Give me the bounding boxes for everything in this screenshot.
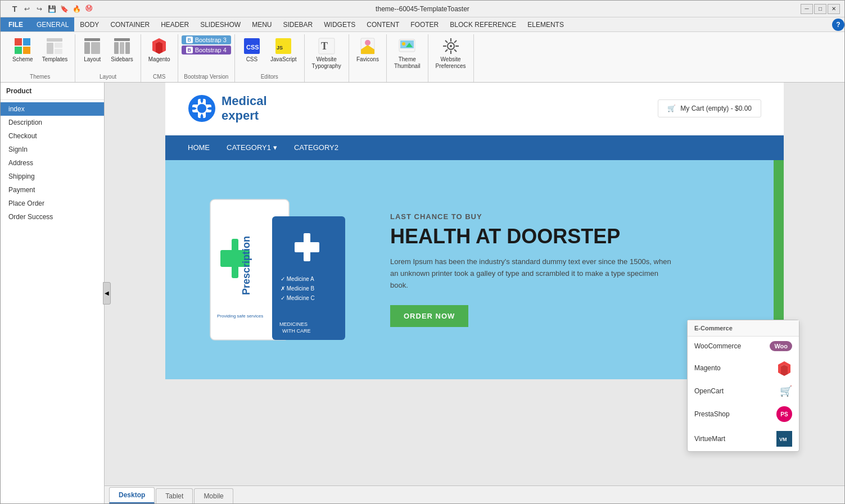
- scheme-label: Scheme: [12, 56, 33, 63]
- sidebar-item-place-order[interactable]: Place Order: [1, 197, 104, 210]
- nav-home[interactable]: HOME: [188, 143, 210, 152]
- sidebar-panel: Product index Description Checkout SignI…: [1, 83, 105, 503]
- sidebars-button[interactable]: Sidebars: [107, 34, 137, 66]
- scheme-button[interactable]: Scheme: [8, 34, 37, 66]
- magento-ribbon-icon: [150, 37, 168, 55]
- cart-text: My Cart (empty) - $0.00: [680, 105, 752, 112]
- javascript-button[interactable]: JS JavaScript: [266, 34, 301, 66]
- bootstrap3-button[interactable]: B Bootstrap 3: [182, 35, 231, 44]
- undo-btn[interactable]: ↩: [22, 4, 32, 14]
- menu-item-header[interactable]: HEADER: [155, 17, 195, 31]
- ribbon: Scheme Templates Themes: [1, 32, 844, 83]
- tab-desktop[interactable]: Desktop: [109, 487, 155, 503]
- ribbon-group-editors: CSS CSS JS JavaScript Editors: [235, 34, 305, 82]
- sidebar-item-shipping[interactable]: Shipping: [1, 170, 104, 183]
- templates-button[interactable]: Templates: [38, 34, 72, 66]
- menu-item-footer[interactable]: FOOTER: [405, 17, 444, 31]
- menu-item-block-reference[interactable]: BLOCK REFERENCE: [444, 17, 522, 31]
- ribbon-group-favicons: Favicons: [349, 34, 387, 82]
- close-btn[interactable]: ✕: [828, 4, 840, 14]
- website-preferences-button[interactable]: Website Preferences: [432, 34, 470, 72]
- svg-rect-5: [47, 43, 53, 54]
- woocommerce-item[interactable]: WooCommerce Woo: [688, 337, 799, 356]
- magento-item[interactable]: Magento: [688, 356, 799, 380]
- virtuemart-icon: VM: [776, 431, 792, 447]
- menu-item-menu[interactable]: MENU: [246, 17, 277, 31]
- typography-items: T Website Typography: [308, 34, 345, 78]
- sidebars-icon: [113, 37, 131, 55]
- bookmark-icon[interactable]: 🔖: [59, 4, 69, 14]
- favicons-button[interactable]: Favicons: [353, 34, 383, 66]
- opencart-icon: 🛒: [780, 385, 792, 397]
- css-button[interactable]: CSS CSS: [238, 34, 265, 66]
- theme-thumbnail-button[interactable]: Theme Thumbnail: [390, 34, 424, 72]
- title-bar-left: T ↩ ↪ 💾 🔖 🔥 Ⓜ: [5, 3, 98, 15]
- layout-items: Layout Sidebars: [79, 34, 137, 71]
- fire-icon[interactable]: 🔥: [71, 4, 82, 14]
- cart-button[interactable]: 🛒 My Cart (empty) - $0.00: [658, 99, 761, 117]
- menu-bar: FILE GENERAL BODY CONTAINER HEADER SLIDE…: [1, 17, 844, 32]
- canvas-scroll[interactable]: Medical expert 🛒 My Cart (empty) - $0.00: [105, 83, 844, 485]
- svg-point-28: [402, 42, 405, 46]
- sidebar-item-payment[interactable]: Payment: [1, 183, 104, 197]
- prestashop-item[interactable]: PrestaShop PS: [688, 402, 799, 426]
- favicons-label: Favicons: [356, 56, 379, 63]
- svg-text:MEDICINES: MEDICINES: [279, 321, 308, 327]
- svg-text:Providing safe services: Providing safe services: [217, 314, 263, 319]
- sidebar-item-description[interactable]: Description: [1, 116, 104, 129]
- menu-item-body[interactable]: BODY: [74, 17, 105, 31]
- ribbon-group-layout: Layout Sidebars Layout: [75, 34, 141, 82]
- sidebar-item-signin[interactable]: SignIn: [1, 143, 104, 156]
- sidebar-header: Product: [1, 83, 104, 100]
- favicons-items: Favicons: [353, 34, 383, 78]
- order-now-button[interactable]: ORDER NOW: [390, 305, 468, 327]
- preview-header: Medical expert 🛒 My Cart (empty) - $0.00: [165, 83, 784, 135]
- website-typography-button[interactable]: T Website Typography: [308, 34, 345, 72]
- opencart-item[interactable]: OpenCart 🛒: [688, 380, 799, 402]
- minimize-btn[interactable]: ─: [801, 4, 813, 14]
- svg-rect-7: [55, 49, 62, 54]
- magento-button[interactable]: Magento: [144, 34, 174, 66]
- tab-tablet[interactable]: Tablet: [156, 488, 193, 503]
- hero-subtitle: LAST CHANCE TO BUY: [390, 212, 761, 221]
- menu-item-elements[interactable]: ELEMENTS: [522, 17, 570, 31]
- logo-area: Medical expert: [188, 94, 267, 124]
- menu-item-container[interactable]: CONTAINER: [105, 17, 155, 31]
- ecommerce-dropdown: E-Commerce WooCommerce Woo Magento: [687, 320, 799, 452]
- css-label: CSS: [246, 56, 258, 63]
- svg-line-37: [454, 49, 457, 52]
- layout-button[interactable]: Layout: [79, 34, 106, 66]
- nav-category2-label: CATEGORY2: [294, 143, 338, 152]
- menu-item-widgets[interactable]: WIDGETS: [318, 17, 361, 31]
- save-btn[interactable]: 💾: [47, 4, 57, 14]
- bootstrap4-button[interactable]: B Bootstrap 4: [182, 46, 231, 55]
- bootstrap3-icon: B: [186, 37, 193, 43]
- sidebar-item-index[interactable]: index: [1, 102, 104, 116]
- menu-item-file[interactable]: FILE: [1, 17, 31, 31]
- svg-text:CSS: CSS: [246, 44, 259, 51]
- menu-item-slideshow[interactable]: SLIDESHOW: [195, 17, 246, 31]
- maximize-btn[interactable]: □: [814, 4, 826, 14]
- sidebar-item-address[interactable]: Address: [1, 156, 104, 170]
- preferences-label: Website Preferences: [436, 56, 466, 70]
- themes-group-label: Themes: [30, 74, 50, 80]
- nav-category1[interactable]: CATEGORY1 ▾: [227, 143, 277, 152]
- menu-item-content[interactable]: CONTENT: [361, 17, 405, 31]
- sidebars-label: Sidebars: [111, 56, 133, 63]
- help-button[interactable]: ?: [832, 19, 844, 31]
- nav-category2[interactable]: CATEGORY2: [294, 143, 338, 152]
- svg-line-36: [445, 40, 448, 43]
- tab-mobile[interactable]: Mobile: [194, 488, 233, 503]
- magento-icon[interactable]: Ⓜ: [84, 4, 94, 14]
- opencart-label: OpenCart: [694, 387, 724, 395]
- sidebar-item-checkout[interactable]: Checkout: [1, 129, 104, 143]
- editors-group-label: Editors: [261, 74, 278, 80]
- sidebar-item-order-success[interactable]: Order Success: [1, 210, 104, 224]
- sidebar-collapse-button[interactable]: ◀: [103, 282, 111, 305]
- menu-item-sidebar[interactable]: SIDEBAR: [278, 17, 319, 31]
- virtuemart-item[interactable]: VirtueMart VM: [688, 426, 799, 451]
- typography-label: Website Typography: [312, 56, 341, 70]
- menu-item-general[interactable]: GENERAL: [31, 17, 74, 31]
- redo-btn[interactable]: ↪: [34, 4, 44, 14]
- nav-home-label: HOME: [188, 143, 210, 152]
